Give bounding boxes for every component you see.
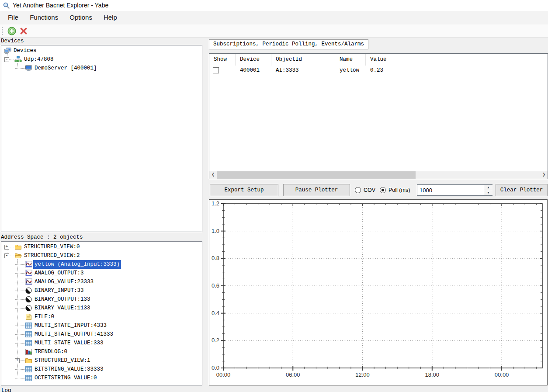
spinner-down-icon[interactable]: ▼ bbox=[484, 190, 493, 195]
pause-plotter-button[interactable]: Pause Plotter bbox=[283, 184, 350, 196]
tree-node-label: STRUCTURED_VIEW:1 bbox=[33, 356, 92, 365]
tree-node-label: BINARY_INPUT:33 bbox=[33, 286, 85, 295]
address-node-multi-state-output-41333[interactable]: MULTI_STATE_OUTPUT:41333 bbox=[1, 330, 202, 339]
svg-text:00:00: 00:00 bbox=[216, 371, 231, 378]
menu-item-options[interactable]: Options bbox=[64, 11, 98, 24]
tree-node-label: FILE:0 bbox=[33, 312, 55, 321]
svg-text:0.6: 0.6 bbox=[212, 282, 219, 289]
address-node-file-0[interactable]: FILE:0 bbox=[1, 312, 202, 321]
tree-connector bbox=[15, 334, 24, 335]
cov-radio-label: COV bbox=[364, 187, 375, 193]
collapse-icon[interactable]: - bbox=[4, 57, 9, 62]
table-row[interactable]: 400001AI:3333yellow0.23 bbox=[209, 66, 548, 75]
tree-connector bbox=[15, 291, 24, 291]
tree-connector bbox=[15, 326, 24, 326]
tree-connector bbox=[15, 273, 24, 274]
address-node-bitstring-value-33333[interactable]: BITSTRING_VALUE:33333 bbox=[1, 365, 202, 374]
export-setup-button[interactable]: Export Setup bbox=[210, 184, 278, 196]
poll-interval-field: ▲ ▼ bbox=[417, 184, 493, 196]
address-node-binary-output-133[interactable]: BINARY_OUTPUT:133 bbox=[1, 295, 202, 304]
tree-node-label: BITSTRING_VALUE:33333 bbox=[33, 365, 105, 374]
address-space-tree: +STRUCTURED_VIEW:0-STRUCTURED_VIEW:2yell… bbox=[1, 241, 202, 385]
poll-radio[interactable] bbox=[380, 187, 386, 193]
poll-interval-spinner: ▲ ▼ bbox=[484, 185, 492, 195]
address-node-analog-value-23333[interactable]: ANALOG_VALUE:23333 bbox=[1, 278, 202, 286]
device-node-devices[interactable]: Devices bbox=[1, 46, 202, 55]
devices-icon bbox=[4, 47, 11, 54]
address-node-yellow-analog-input-3333[interactable]: yellow (Analog_Input:3333) bbox=[1, 260, 202, 269]
device-node-demoserver-400001[interactable]: DemoServer [400001] bbox=[1, 64, 202, 73]
address-node-structured-view-0[interactable]: +STRUCTURED_VIEW:0 bbox=[1, 243, 202, 251]
multistate-icon bbox=[25, 366, 32, 373]
address-node-structured-view-1[interactable]: +STRUCTURED_VIEW:1 bbox=[1, 356, 202, 365]
tree-node-label: ANALOG_OUTPUT:3 bbox=[33, 269, 85, 278]
tree-node-label: STRUCTURED_VIEW:0 bbox=[23, 243, 81, 251]
column-header-objectid[interactable]: ObjectId bbox=[271, 54, 335, 66]
binary-icon bbox=[25, 305, 32, 312]
address-node-binary-input-33[interactable]: BINARY_INPUT:33 bbox=[1, 286, 202, 295]
cell-objectid: AI:3333 bbox=[271, 66, 335, 75]
analog-icon bbox=[25, 270, 32, 277]
address-node-octetstring-value-0[interactable]: OCTETSTRING_VALUE:0 bbox=[1, 374, 202, 382]
tree-connector bbox=[15, 343, 24, 343]
clear-plotter-button[interactable]: Clear Plotter bbox=[496, 184, 548, 196]
tree-node-label: Udp:47808 bbox=[23, 55, 55, 64]
tree-node-label: TRENDLOG:0 bbox=[33, 347, 69, 356]
tree-connector bbox=[15, 68, 24, 69]
poll-interval-input[interactable] bbox=[417, 185, 484, 195]
app-magnifier-icon bbox=[3, 2, 10, 9]
scrollbar-thumb[interactable] bbox=[217, 171, 416, 179]
title-bar: Yet Another Bacnet Explorer - Yabe bbox=[0, 0, 548, 11]
cell-name: yellow bbox=[335, 66, 366, 75]
column-header-value[interactable]: Value bbox=[366, 54, 548, 66]
column-header-show[interactable]: Show bbox=[209, 54, 236, 66]
svg-text:1.2: 1.2 bbox=[212, 200, 219, 207]
menu-item-file[interactable]: File bbox=[2, 11, 24, 24]
show-checkbox[interactable] bbox=[213, 67, 219, 73]
toolbar bbox=[0, 24, 548, 38]
tree-node-label: MULTI_STATE_OUTPUT:41333 bbox=[33, 330, 114, 339]
tree-node-label: yellow (Analog_Input:3333) bbox=[33, 260, 121, 269]
tree-node-label: ANALOG_VALUE:23333 bbox=[33, 278, 95, 286]
column-header-name[interactable]: Name bbox=[335, 54, 366, 66]
folder-icon bbox=[25, 357, 32, 364]
subscriptions-table: ShowDeviceObjectIdNameValue 400001AI:333… bbox=[209, 53, 548, 179]
address-node-multi-state-input-4333[interactable]: MULTI_STATE_INPUT:4333 bbox=[1, 321, 202, 330]
horizontal-scrollbar[interactable]: ❮ ❯ bbox=[209, 171, 548, 179]
log-panel-label: Log bbox=[1, 388, 11, 392]
svg-text:0.4: 0.4 bbox=[212, 310, 219, 316]
tree-connector bbox=[9, 247, 14, 247]
device-node-udp-47808[interactable]: -Udp:47808 bbox=[1, 55, 202, 64]
expand-icon[interactable]: + bbox=[15, 358, 20, 363]
menu-item-functions[interactable]: Functions bbox=[24, 11, 64, 24]
table-header-row: ShowDeviceObjectIdNameValue bbox=[209, 54, 548, 66]
cov-radio[interactable] bbox=[355, 187, 361, 193]
address-node-analog-output-3[interactable]: ANALOG_OUTPUT:3 bbox=[1, 269, 202, 278]
devices-tree: Devices-Udp:47808DemoServer [400001] bbox=[1, 45, 202, 232]
spinner-up-icon[interactable]: ▲ bbox=[484, 185, 493, 190]
address-node-trendlog-0[interactable]: TRENDLOG:0 bbox=[1, 347, 202, 356]
expand-icon[interactable]: + bbox=[4, 245, 9, 250]
address-node-structured-view-2[interactable]: -STRUCTURED_VIEW:2 bbox=[1, 251, 202, 260]
menu-item-help[interactable]: Help bbox=[98, 11, 123, 24]
add-device-button[interactable] bbox=[7, 27, 16, 35]
svg-text:12:00: 12:00 bbox=[355, 371, 370, 378]
address-space-label: Address Space : 2 objects bbox=[1, 234, 83, 240]
cell-value: 0.23 bbox=[366, 66, 548, 75]
tab-subscriptions[interactable]: Subscriptions, Periodic Polling, Events/… bbox=[209, 39, 368, 49]
remove-device-button[interactable] bbox=[19, 27, 28, 35]
address-node-multi-state-value-333[interactable]: MULTI_STATE_VALUE:333 bbox=[1, 339, 202, 347]
address-node-binary-value-1133[interactable]: BINARY_VALUE:1133 bbox=[1, 304, 202, 312]
tree-connector bbox=[9, 59, 14, 60]
tree-node-label: BINARY_OUTPUT:133 bbox=[33, 295, 92, 304]
scroll-right-arrow-icon[interactable]: ❯ bbox=[540, 171, 548, 179]
tree-connector bbox=[15, 282, 24, 282]
binary-icon bbox=[25, 287, 32, 294]
collapse-icon[interactable]: - bbox=[4, 253, 9, 258]
column-header-device[interactable]: Device bbox=[236, 54, 271, 66]
scroll-left-arrow-icon[interactable]: ❮ bbox=[209, 171, 217, 179]
tree-connector bbox=[15, 308, 24, 309]
network-icon bbox=[14, 56, 22, 63]
svg-text:18:00: 18:00 bbox=[425, 371, 440, 378]
svg-text:06:00: 06:00 bbox=[286, 371, 300, 378]
